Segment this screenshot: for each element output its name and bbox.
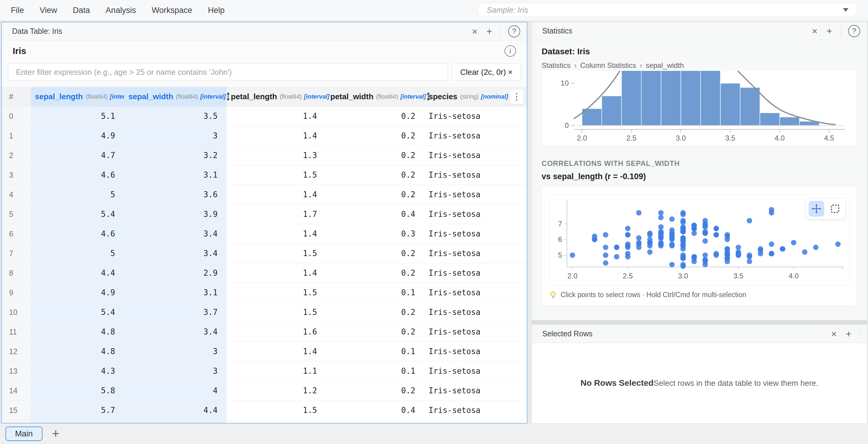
info-icon[interactable]: i bbox=[504, 45, 516, 57]
filter-expression-input[interactable] bbox=[8, 63, 448, 81]
table-row[interactable]: 155.74.41.50.4Iris-setosa bbox=[2, 401, 527, 420]
table-options-menu-button[interactable] bbox=[509, 89, 524, 105]
row-index: 4 bbox=[2, 185, 31, 204]
svg-text:2.0: 2.0 bbox=[567, 272, 578, 280]
column-header-petal_length[interactable]: petal_length(float64)[interval] bbox=[227, 87, 326, 106]
help-icon[interactable]: ? bbox=[848, 25, 860, 37]
breadcrumb-separator: › bbox=[640, 61, 642, 70]
cell-sepal_width: 3.9 bbox=[124, 420, 227, 423]
cell-species: Iris-setosa bbox=[424, 420, 527, 423]
grid-header-row: #sepal_length(float64)[interval]sepal_wi… bbox=[2, 87, 527, 107]
cell-petal_width: 0.4 bbox=[326, 420, 424, 423]
cell-petal_width: 0.1 bbox=[326, 342, 424, 361]
cell-petal_length: 1.3 bbox=[227, 146, 326, 165]
svg-text:4.0: 4.0 bbox=[789, 272, 799, 280]
scatter-plot-container: 2.02.53.03.54.0567 bbox=[549, 194, 849, 285]
svg-text:2.0: 2.0 bbox=[577, 134, 587, 142]
breadcrumb-item[interactable]: Statistics bbox=[541, 61, 570, 70]
panel-title: Statistics bbox=[542, 27, 803, 35]
cell-species: Iris-setosa bbox=[424, 381, 527, 400]
cell-sepal_length: 4.8 bbox=[31, 322, 124, 342]
column-header-sepal_length[interactable]: sepal_length(float64)[interval] bbox=[31, 87, 124, 106]
table-row[interactable]: 145.841.20.2Iris-setosa bbox=[2, 381, 527, 401]
dataset-title: Iris bbox=[13, 46, 504, 56]
cell-species: Iris-setosa bbox=[424, 224, 527, 243]
panel-resize-handle[interactable] bbox=[532, 320, 867, 325]
cell-species: Iris-setosa bbox=[424, 126, 527, 145]
menu-item-data[interactable]: Data bbox=[73, 6, 90, 15]
pan-tool-button[interactable] bbox=[809, 201, 824, 216]
table-row[interactable]: 134.331.10.1Iris-setosa bbox=[2, 361, 527, 381]
table-row[interactable]: 84.42.91.40.2Iris-setosa bbox=[2, 263, 527, 283]
table-row[interactable]: 165.43.91.30.4Iris-setosa bbox=[2, 420, 527, 423]
table-row[interactable]: 64.63.41.40.3Iris-setosa bbox=[2, 224, 527, 244]
table-row[interactable]: 94.93.11.50.1Iris-setosa bbox=[2, 283, 527, 302]
close-panel-button[interactable]: × bbox=[472, 27, 478, 36]
breadcrumb-item[interactable]: sepal_width bbox=[646, 61, 684, 70]
cell-sepal_length: 4.7 bbox=[31, 146, 124, 165]
add-workspace-tab-button[interactable]: + bbox=[50, 427, 61, 440]
cell-petal_width: 0.2 bbox=[326, 126, 424, 145]
add-panel-button[interactable]: + bbox=[487, 27, 492, 36]
stats-scroll-area[interactable]: 2.02.53.03.54.04.5010 CORRELATIONS WITH … bbox=[541, 71, 857, 320]
table-row[interactable]: 34.63.11.50.2Iris-setosa bbox=[2, 165, 527, 185]
statistics-body: Dataset: Iris Statistics›Column Statisti… bbox=[532, 40, 867, 320]
cell-sepal_length: 4.8 bbox=[31, 342, 124, 361]
cell-petal_width: 0.4 bbox=[326, 401, 424, 420]
table-row[interactable]: 55.43.91.70.4Iris-setosa bbox=[2, 205, 527, 224]
cell-petal_length: 1.5 bbox=[227, 401, 326, 420]
cell-species: Iris-setosa bbox=[424, 244, 527, 263]
box-select-tool-button[interactable] bbox=[827, 201, 843, 216]
sepal-width-vs-sepal-length-scatter[interactable]: 2.02.53.03.54.0567 bbox=[550, 195, 849, 285]
menu-item-file[interactable]: File bbox=[11, 6, 24, 15]
column-header-sepal_width[interactable]: sepal_width(float64)[interval] bbox=[124, 87, 227, 106]
cell-sepal_length: 5.1 bbox=[31, 107, 124, 126]
dataset-label: Dataset: Iris bbox=[541, 47, 857, 56]
column-role: [interval] bbox=[200, 93, 225, 100]
menu-item-analysis[interactable]: Analysis bbox=[106, 6, 136, 15]
close-panel-button[interactable]: × bbox=[831, 329, 837, 339]
column-header-petal_width[interactable]: petal_width(float64)[interval] bbox=[326, 87, 424, 106]
cell-species: Iris-setosa bbox=[424, 302, 527, 322]
table-row[interactable]: 753.41.50.2Iris-setosa bbox=[2, 244, 527, 263]
menu-item-help[interactable]: Help bbox=[208, 6, 225, 15]
table-row[interactable]: 05.13.51.40.2Iris-setosa bbox=[2, 107, 527, 126]
cell-sepal_width: 3.1 bbox=[124, 165, 227, 185]
grid-rows: 05.13.51.40.2Iris-setosa14.931.40.2Iris-… bbox=[2, 107, 527, 423]
cell-sepal_width: 3.1 bbox=[124, 283, 227, 302]
close-panel-button[interactable]: × bbox=[812, 26, 818, 36]
cell-sepal_length: 5 bbox=[31, 185, 124, 204]
menu-item-workspace[interactable]: Workspace bbox=[152, 6, 192, 15]
scatter-card: 2.02.53.03.54.0567 Click points to selec… bbox=[541, 186, 857, 306]
add-panel-button[interactable]: + bbox=[846, 329, 851, 339]
table-row[interactable]: 124.831.40.1Iris-setosa bbox=[2, 342, 527, 361]
row-index: 0 bbox=[2, 107, 31, 126]
table-row[interactable]: 114.83.41.60.2Iris-setosa bbox=[2, 322, 527, 342]
table-row[interactable]: 105.43.71.50.2Iris-setosa bbox=[2, 302, 527, 322]
cell-species: Iris-setosa bbox=[424, 146, 527, 165]
table-row[interactable]: 453.61.40.2Iris-setosa bbox=[2, 185, 527, 205]
cell-petal_length: 1.4 bbox=[227, 185, 326, 204]
table-row[interactable]: 24.73.21.30.2Iris-setosa bbox=[2, 146, 527, 165]
cell-petal_width: 0.2 bbox=[326, 302, 424, 322]
clear-filter-button[interactable]: Clear (2c, 0r) × bbox=[452, 63, 521, 81]
cell-sepal_width: 3.4 bbox=[124, 244, 227, 263]
column-name: species bbox=[429, 92, 457, 101]
add-panel-button[interactable]: + bbox=[827, 26, 832, 36]
cell-petal_length: 1.3 bbox=[227, 420, 326, 423]
row-index: 16 bbox=[2, 420, 31, 423]
filter-row: Clear (2c, 0r) × bbox=[2, 62, 527, 87]
breadcrumb-item[interactable]: Column Statistics bbox=[580, 61, 636, 70]
cell-petal_width: 0.2 bbox=[326, 185, 424, 204]
cell-petal_width: 0.4 bbox=[326, 205, 424, 224]
cell-species: Iris-setosa bbox=[424, 361, 527, 381]
table-row[interactable]: 14.931.40.2Iris-setosa bbox=[2, 126, 527, 146]
workspace-tab-main[interactable]: Main bbox=[5, 426, 42, 441]
sample-dataset-select[interactable]: Sample: Iris bbox=[477, 3, 858, 17]
help-icon[interactable]: ? bbox=[508, 25, 520, 37]
cell-sepal_width: 4 bbox=[124, 381, 227, 400]
menu-item-view[interactable]: View bbox=[40, 6, 57, 15]
divider bbox=[841, 26, 841, 36]
cell-petal_width: 0.3 bbox=[326, 224, 424, 243]
column-dtype: (float64) bbox=[280, 93, 302, 100]
